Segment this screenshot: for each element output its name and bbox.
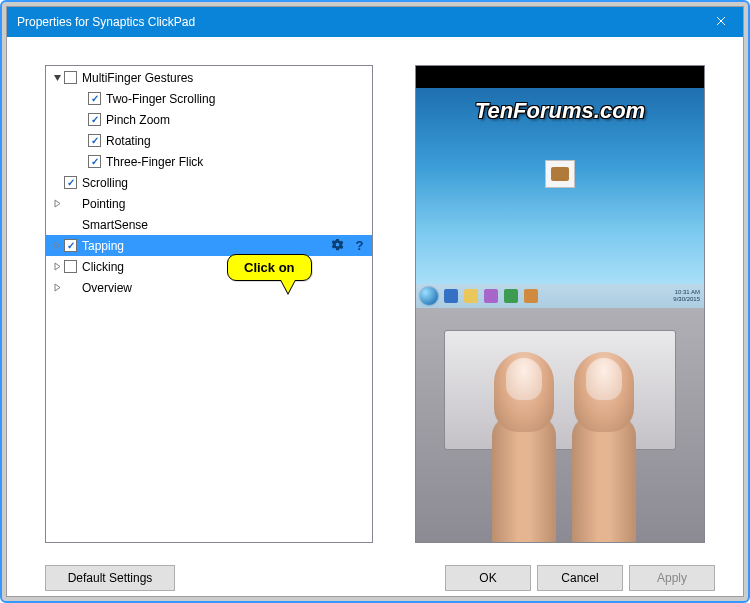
preview-desktop-icon bbox=[542, 160, 578, 202]
chevron-right-icon[interactable] bbox=[50, 262, 64, 271]
checkbox[interactable] bbox=[64, 71, 77, 84]
taskbar-icon bbox=[524, 289, 538, 303]
cancel-button[interactable]: Cancel bbox=[537, 565, 623, 591]
checkbox[interactable] bbox=[88, 155, 101, 168]
start-orb-icon bbox=[420, 287, 438, 305]
gear-icon[interactable] bbox=[328, 237, 346, 255]
tree-item-multifinger-gestures[interactable]: MultiFinger Gestures bbox=[46, 67, 372, 88]
preview-tray: 10:31 AM9/30/2015 bbox=[673, 289, 700, 303]
content-area: Click on MultiFinger GesturesTwo-Finger … bbox=[7, 37, 743, 596]
tree-item-label: Pointing bbox=[82, 197, 125, 211]
taskbar-icon bbox=[464, 289, 478, 303]
checkbox[interactable] bbox=[88, 134, 101, 147]
tree-item-label: MultiFinger Gestures bbox=[82, 71, 193, 85]
tree-item-label: Tapping bbox=[82, 239, 124, 253]
close-icon bbox=[716, 15, 726, 29]
checkbox[interactable] bbox=[88, 92, 101, 105]
ok-button[interactable]: OK bbox=[445, 565, 531, 591]
tree-item-three-finger-flick[interactable]: Three-Finger Flick bbox=[46, 151, 372, 172]
taskbar-icon bbox=[504, 289, 518, 303]
tree-item-tapping[interactable]: Tapping? bbox=[46, 235, 372, 256]
button-label: OK bbox=[479, 571, 496, 585]
tree-item-label: Clicking bbox=[82, 260, 124, 274]
default-settings-button[interactable]: Default Settings bbox=[45, 565, 175, 591]
titlebar[interactable]: Properties for Synaptics ClickPad bbox=[7, 7, 743, 37]
close-button[interactable] bbox=[699, 7, 743, 37]
chevron-right-icon[interactable] bbox=[50, 283, 64, 292]
preview-touchpad-body bbox=[416, 308, 704, 542]
preview-taskbar: 10:31 AM9/30/2015 bbox=[416, 284, 704, 308]
checkbox[interactable] bbox=[88, 113, 101, 126]
checkbox[interactable] bbox=[64, 176, 77, 189]
tree-item-label: Pinch Zoom bbox=[106, 113, 170, 127]
settings-tree-panel: MultiFinger GesturesTwo-Finger Scrolling… bbox=[45, 65, 373, 543]
tree-item-rotating[interactable]: Rotating bbox=[46, 130, 372, 151]
tree-item-overview[interactable]: Overview bbox=[46, 277, 372, 298]
tree-item-clicking[interactable]: Clicking bbox=[46, 256, 372, 277]
dialog-window: Properties for Synaptics ClickPad Click … bbox=[6, 6, 744, 597]
preview-finger bbox=[564, 352, 644, 543]
svg-text:?: ? bbox=[355, 238, 363, 253]
tree-item-label: Overview bbox=[82, 281, 132, 295]
preview-panel: TenForums.com 10:31 AM9/30/2015 bbox=[415, 65, 705, 543]
preview-watermark: TenForums.com bbox=[416, 98, 704, 124]
preview-desktop: TenForums.com bbox=[416, 88, 704, 308]
preview-finger bbox=[484, 352, 564, 543]
tree-item-label: Rotating bbox=[106, 134, 151, 148]
checkbox[interactable] bbox=[64, 260, 77, 273]
chevron-right-icon[interactable] bbox=[50, 241, 64, 250]
tree-item-label: Two-Finger Scrolling bbox=[106, 92, 215, 106]
button-label: Default Settings bbox=[68, 571, 153, 585]
window-title: Properties for Synaptics ClickPad bbox=[17, 15, 195, 29]
annotation-border: Properties for Synaptics ClickPad Click … bbox=[0, 0, 750, 603]
button-label: Cancel bbox=[561, 571, 598, 585]
tree-item-label: Scrolling bbox=[82, 176, 128, 190]
tree-item-two-finger-scrolling[interactable]: Two-Finger Scrolling bbox=[46, 88, 372, 109]
tree-item-pointing[interactable]: Pointing bbox=[46, 193, 372, 214]
tree-item-label: SmartSense bbox=[82, 218, 148, 232]
taskbar-icon bbox=[484, 289, 498, 303]
apply-button[interactable]: Apply bbox=[629, 565, 715, 591]
callout-text: Click on bbox=[244, 260, 295, 275]
button-label: Apply bbox=[657, 571, 687, 585]
tree-item-scrolling[interactable]: Scrolling bbox=[46, 172, 372, 193]
tree-item-smartsense[interactable]: SmartSense bbox=[46, 214, 372, 235]
help-icon[interactable]: ? bbox=[350, 237, 368, 255]
taskbar-icon bbox=[444, 289, 458, 303]
settings-tree[interactable]: MultiFinger GesturesTwo-Finger Scrolling… bbox=[46, 66, 372, 298]
chevron-down-icon[interactable] bbox=[50, 73, 64, 82]
checkbox[interactable] bbox=[64, 239, 77, 252]
chevron-right-icon[interactable] bbox=[50, 199, 64, 208]
callout-annotation: Click on bbox=[227, 254, 312, 281]
tree-item-label: Three-Finger Flick bbox=[106, 155, 203, 169]
tree-item-pinch-zoom[interactable]: Pinch Zoom bbox=[46, 109, 372, 130]
